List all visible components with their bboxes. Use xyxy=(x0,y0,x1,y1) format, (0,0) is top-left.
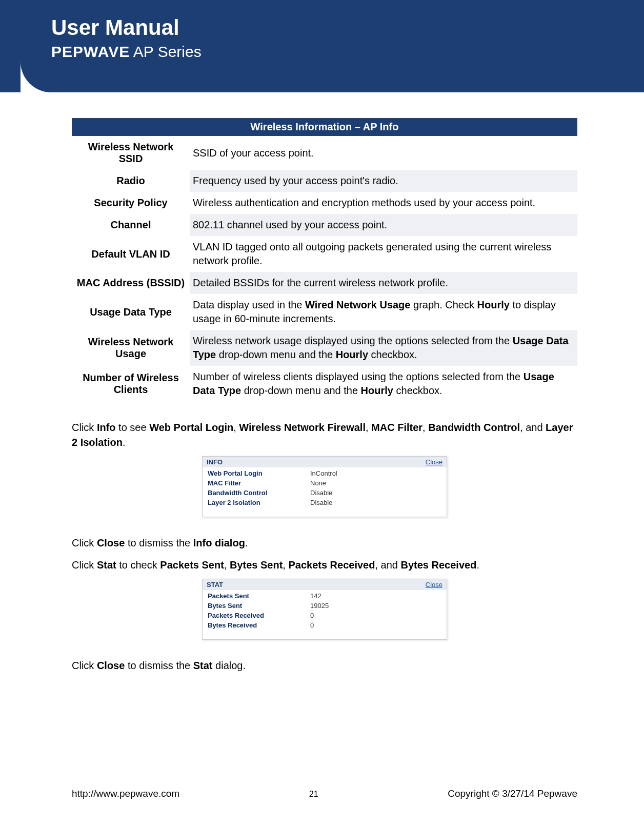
ap-info-table: Wireless Information – AP Info Wireless … xyxy=(72,118,577,402)
page-number: 21 xyxy=(309,790,318,799)
stat-dialog-close-link[interactable]: Close xyxy=(426,581,442,588)
row-label: MAC Address (BSSID) xyxy=(72,272,190,294)
footer-url: http://www.pepwave.com xyxy=(72,788,179,799)
dialog-value: 19025 xyxy=(310,602,329,610)
table-row: Security PolicyWireless authentication a… xyxy=(72,192,577,214)
row-desc: VLAN ID tagged onto all outgoing packets… xyxy=(190,236,577,272)
dialog-value: None xyxy=(310,479,326,487)
dialog-row: Bandwidth ControlDisable xyxy=(203,488,447,498)
row-desc: Frequency used by your access point's ra… xyxy=(190,170,577,192)
dialog-value: 0 xyxy=(310,621,314,629)
dialog-key: Bytes Received xyxy=(208,621,310,629)
dialog-key: Bandwidth Control xyxy=(208,489,310,497)
table-row: Wireless Network SSIDSSID of your access… xyxy=(72,136,577,170)
dialog-key: Bytes Sent xyxy=(208,602,310,610)
page-footer: http://www.pepwave.com 21 Copyright © 3/… xyxy=(0,788,644,799)
table-title: Wireless Information – AP Info xyxy=(72,118,577,136)
dialog-value: Disable xyxy=(310,489,332,497)
brand-name: PEPWAVE xyxy=(51,43,130,60)
row-desc: 802.11 channel used by your access point… xyxy=(190,214,577,236)
info-dialog-header: INFO Close xyxy=(203,457,447,467)
dialog-row: Bytes Received0 xyxy=(203,620,447,630)
row-desc: Detailed BSSIDs for the current wireless… xyxy=(190,272,577,294)
dialog-value: 142 xyxy=(310,592,321,600)
table-row: Number of Wireless ClientsNumber of wire… xyxy=(72,366,577,402)
manual-title: User Manual xyxy=(51,15,644,40)
info-dialog-title: INFO xyxy=(207,458,223,466)
paragraph-close-info: Click Close to dismiss the Info dialog. xyxy=(72,536,577,551)
row-label: Radio xyxy=(72,170,190,192)
dialog-row: Bytes Sent19025 xyxy=(203,601,447,611)
row-desc: Wireless network usage displayed using t… xyxy=(190,330,577,366)
info-dialog: INFO Close Web Portal LoginInControlMAC … xyxy=(202,456,447,517)
stat-dialog: STAT Close Packets Sent142Bytes Sent1902… xyxy=(202,579,447,640)
table-row: MAC Address (BSSID)Detailed BSSIDs for t… xyxy=(72,272,577,294)
brand-series: AP Series xyxy=(130,43,202,60)
row-desc: Number of wireless clients displayed usi… xyxy=(190,366,577,402)
row-desc: Data display used in the Wired Network U… xyxy=(190,294,577,330)
table-row: RadioFrequency used by your access point… xyxy=(72,170,577,192)
dialog-key: MAC Filter xyxy=(208,479,310,487)
stat-dialog-body: Packets Sent142Bytes Sent19025Packets Re… xyxy=(203,590,447,639)
dialog-row: Packets Sent142 xyxy=(203,591,447,601)
info-dialog-close-link[interactable]: Close xyxy=(426,458,442,466)
dialog-key: Packets Received xyxy=(208,612,310,619)
paragraph-close-stat: Click Close to dismiss the Stat dialog. xyxy=(72,658,577,673)
page-content: Wireless Information – AP Info Wireless … xyxy=(0,92,644,673)
dialog-row: MAC FilterNone xyxy=(203,478,447,488)
paragraph-stat-intro: Click Stat to check Packets Sent, Bytes … xyxy=(72,558,577,573)
row-label: Security Policy xyxy=(72,192,190,214)
page-header: User Manual PEPWAVE AP Series xyxy=(21,0,644,92)
stat-dialog-header: STAT Close xyxy=(203,579,447,590)
dialog-key: Web Portal Login xyxy=(208,469,310,477)
footer-copyright: Copyright © 3/27/14 Pepwave xyxy=(448,788,577,799)
row-label: Default VLAN ID xyxy=(72,236,190,272)
row-label: Wireless Network SSID xyxy=(72,136,190,170)
row-label: Usage Data Type xyxy=(72,294,190,330)
dialog-row: Packets Received0 xyxy=(203,611,447,620)
table-row: Wireless Network UsageWireless network u… xyxy=(72,330,577,366)
row-label: Number of Wireless Clients xyxy=(72,366,190,402)
dialog-row: Web Portal LoginInControl xyxy=(203,468,447,478)
dialog-key: Packets Sent xyxy=(208,592,310,600)
table-row: Usage Data TypeData display used in the … xyxy=(72,294,577,330)
dialog-value: 0 xyxy=(310,612,314,619)
brand-line: PEPWAVE AP Series xyxy=(51,43,644,61)
row-label: Wireless Network Usage xyxy=(72,330,190,366)
stat-dialog-title: STAT xyxy=(207,581,223,588)
table-row: Default VLAN IDVLAN ID tagged onto all o… xyxy=(72,236,577,272)
dialog-value: Disable xyxy=(310,499,332,506)
dialog-value: InControl xyxy=(310,469,337,477)
dialog-key: Layer 2 Isolation xyxy=(208,499,310,506)
info-dialog-body: Web Portal LoginInControlMAC FilterNoneB… xyxy=(203,467,447,517)
row-desc: Wireless authentication and encryption m… xyxy=(190,192,577,214)
dialog-row: Layer 2 IsolationDisable xyxy=(203,498,447,507)
row-desc: SSID of your access point. xyxy=(190,136,577,170)
paragraph-info-intro: Click Info to see Web Portal Login, Wire… xyxy=(72,420,577,450)
table-row: Channel802.11 channel used by your acces… xyxy=(72,214,577,236)
row-label: Channel xyxy=(72,214,190,236)
